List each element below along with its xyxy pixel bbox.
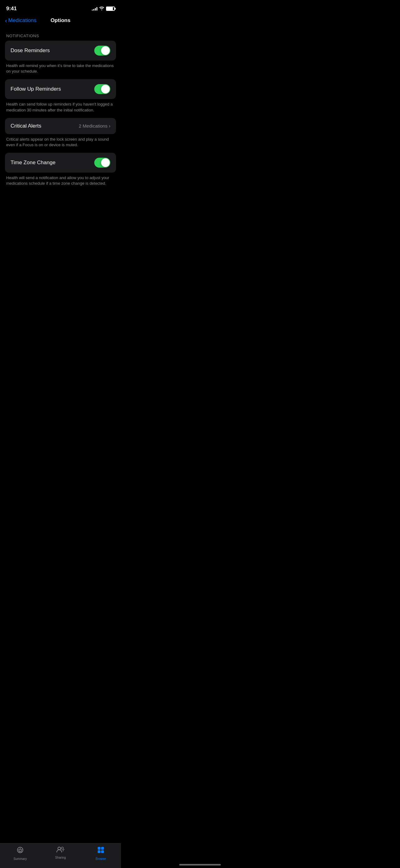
time-zone-change-description: Health will send a notification and allo… bbox=[5, 173, 116, 191]
signal-bars-icon bbox=[92, 7, 97, 10]
wifi-icon bbox=[99, 6, 104, 11]
dose-reminders-row: Dose Reminders bbox=[5, 41, 116, 61]
critical-alerts-chevron-icon: › bbox=[109, 123, 110, 129]
battery-icon bbox=[106, 6, 115, 11]
notifications-section-label: NOTIFICATIONS bbox=[5, 34, 116, 38]
dose-reminders-label: Dose Reminders bbox=[10, 48, 50, 54]
follow-up-reminders-row: Follow Up Reminders bbox=[5, 79, 116, 99]
time-zone-change-label: Time Zone Change bbox=[10, 160, 56, 166]
back-label: Medications bbox=[8, 18, 37, 24]
critical-alerts-nav-right: 2 Medications › bbox=[79, 123, 110, 129]
critical-alerts-value: 2 Medications bbox=[79, 123, 108, 128]
back-chevron-icon: ‹ bbox=[5, 18, 7, 24]
status-time: 9:41 bbox=[6, 6, 17, 12]
back-button[interactable]: ‹ Medications bbox=[5, 18, 36, 24]
critical-alerts-row[interactable]: Critical Alerts 2 Medications › bbox=[5, 118, 116, 134]
toggle-knob bbox=[101, 158, 110, 167]
dose-reminders-toggle[interactable] bbox=[94, 45, 110, 56]
critical-alerts-description: Critical alerts appear on the lock scree… bbox=[5, 134, 116, 153]
status-bar: 9:41 bbox=[0, 0, 121, 15]
toggle-knob bbox=[101, 46, 110, 55]
nav-header: ‹ Medications Options bbox=[0, 15, 121, 27]
time-zone-change-toggle[interactable] bbox=[94, 158, 110, 168]
content: NOTIFICATIONS Dose Reminders Health will… bbox=[0, 27, 121, 191]
follow-up-reminders-description: Health can send follow up reminders if y… bbox=[5, 99, 116, 118]
dose-reminders-description: Health will remind you when it's time to… bbox=[5, 61, 116, 79]
page-title: Options bbox=[51, 18, 70, 24]
follow-up-reminders-label: Follow Up Reminders bbox=[10, 86, 61, 92]
follow-up-reminders-toggle[interactable] bbox=[94, 84, 110, 94]
critical-alerts-label: Critical Alerts bbox=[10, 123, 41, 129]
toggle-knob bbox=[101, 85, 110, 93]
time-zone-change-row: Time Zone Change bbox=[5, 153, 116, 173]
status-icons bbox=[92, 6, 115, 11]
